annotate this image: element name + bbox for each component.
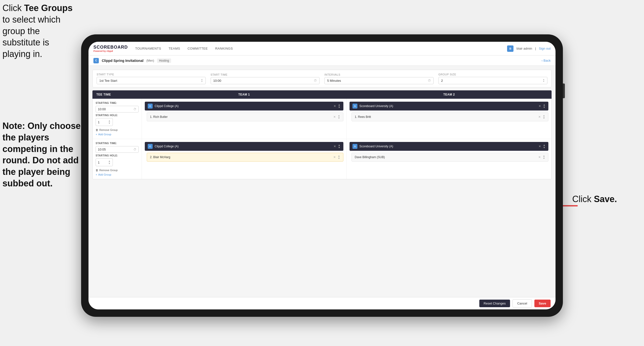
group1-team1-remove-icon[interactable]: ✕ bbox=[334, 104, 336, 108]
instruction-note: Note: Only choose the players competing … bbox=[2, 120, 86, 189]
save-button[interactable]: Save bbox=[534, 300, 550, 307]
group2-team2-player0[interactable]: Dave Billingham (SUB) ✕ ▲▼ bbox=[352, 153, 548, 162]
back-link[interactable]: ‹ Back bbox=[542, 59, 550, 62]
plus-icon: + bbox=[96, 173, 97, 176]
group2-team1-actions: ✕ ▲▼ bbox=[334, 144, 340, 149]
group2-team2-actions: ✕ ▲▼ bbox=[538, 144, 546, 149]
group1-team1-inner: C Clippd College (A) bbox=[148, 104, 178, 108]
tablet-frame: SCOREBOARD Powered by clippd TOURNAMENTS… bbox=[81, 34, 563, 317]
hosting-badge: Hosting bbox=[157, 58, 171, 63]
group2-team2-player0-stepper[interactable]: ▲▼ bbox=[543, 155, 545, 160]
group2-team2-player0-remove-icon[interactable]: ✕ bbox=[538, 155, 541, 159]
group1-team1-actions: ✕ ▲▼ bbox=[334, 104, 340, 108]
cancel-button[interactable]: Cancel bbox=[512, 299, 532, 308]
group2-starting-time-label: STARTING TIME: bbox=[96, 142, 139, 145]
group2-team2-player0-name: Dave Billingham (SUB) bbox=[355, 155, 385, 159]
logo-powered: Powered by clippd bbox=[94, 50, 128, 52]
group2-team2-player0-actions: ✕ ▲▼ bbox=[538, 155, 545, 160]
group2-team1-remove-icon[interactable]: ✕ bbox=[334, 145, 336, 148]
group2-team1-player0[interactable]: 2. Blair McHarg ✕ ▲▼ bbox=[147, 153, 344, 162]
nav-tournaments[interactable]: TOURNAMENTS bbox=[135, 47, 161, 50]
note-prefix: Note: bbox=[2, 121, 28, 131]
group2-hole-input[interactable]: 1 ▲▼ bbox=[96, 158, 113, 166]
click-save-prefix: Click bbox=[572, 194, 594, 204]
logo-area: SCOREBOARD Powered by clippd bbox=[94, 45, 128, 52]
group1-team2-remove-icon[interactable]: ✕ bbox=[538, 104, 541, 108]
nav-right: B blair admin | Sign out bbox=[507, 45, 550, 52]
th-team2: Team 2 bbox=[346, 90, 552, 99]
tablet-power-button bbox=[563, 83, 565, 98]
group1-team1-player0[interactable]: 1. Rich Butler ✕ ▲▼ bbox=[147, 112, 344, 121]
group1-team2-actions: ✕ ▲▼ bbox=[538, 104, 546, 108]
group2-team1-player0-remove-icon[interactable]: ✕ bbox=[333, 155, 336, 159]
nav-committee[interactable]: COMMITTEE bbox=[188, 47, 208, 50]
group2-team1-player0-stepper[interactable]: ▲▼ bbox=[338, 155, 340, 160]
group2-team2-stepper[interactable]: ▲▼ bbox=[543, 144, 546, 149]
group1-starting-time-label: STARTING TIME: bbox=[96, 102, 139, 104]
group1-remove-btn[interactable]: 🗑 Remove Group bbox=[96, 128, 139, 131]
group-size-input[interactable]: 2 ▲▼ bbox=[438, 77, 548, 84]
nav-rankings[interactable]: RANKINGS bbox=[215, 47, 233, 50]
click-save-bold: Save. bbox=[594, 194, 617, 204]
group2-time-input[interactable]: 10:05 ⏱ bbox=[96, 146, 139, 153]
sub-header-icon: C bbox=[94, 58, 99, 63]
group1-team2-player0-name: 1. Rees Britt bbox=[355, 115, 371, 119]
instruction-line1: Click bbox=[2, 3, 24, 13]
bottom-bar: Reset Changes Cancel Save bbox=[88, 297, 556, 310]
group1-hole-stepper[interactable]: ▲▼ bbox=[108, 120, 110, 124]
nav-links: TOURNAMENTS TEAMS COMMITTEE RANKINGS bbox=[135, 47, 507, 50]
group1-team2-col: S Scoreboard University (A) ✕ ▲▼ 1. Rees… bbox=[346, 99, 551, 139]
logo-scoreboard: SCOREBOARD bbox=[94, 45, 128, 50]
group2-hole-stepper[interactable]: ▲▼ bbox=[108, 160, 110, 165]
user-avatar: B bbox=[507, 45, 514, 52]
group-size-stepper[interactable]: ▲▼ bbox=[543, 79, 545, 82]
intervals-input[interactable]: 5 Minutes ⏱ bbox=[324, 77, 434, 84]
th-team1: Team 1 bbox=[142, 90, 346, 99]
main-content: Start Type 1st Tee Start ▲▼ Start Time 1… bbox=[88, 66, 556, 297]
group1-team1-player0-name: 1. Rich Butler bbox=[150, 115, 168, 119]
group2-team1-card[interactable]: C Clippd College (A) ✕ ▲▼ bbox=[145, 142, 344, 151]
start-type-input[interactable]: 1st Tee Start ▲▼ bbox=[96, 77, 206, 84]
group2-team1-inner: C Clippd College (A) bbox=[148, 144, 178, 149]
group2-starting-hole-label: STARTING HOLE: bbox=[96, 154, 139, 157]
instruction-bold1: Tee Groups bbox=[24, 3, 72, 13]
group1-add-btn[interactable]: + Add Group bbox=[96, 133, 139, 136]
start-time-field: Start Time 10:00 ⏱ bbox=[211, 73, 320, 84]
group1-team2-player0-stepper[interactable]: ▲▼ bbox=[543, 114, 545, 119]
note-bold: Only choose the players competing in the… bbox=[2, 121, 80, 188]
group1-team2-name: Scoreboard University (A) bbox=[359, 104, 393, 108]
group1-team1-card[interactable]: C Clippd College (A) ✕ ▲▼ bbox=[145, 102, 344, 110]
group1-time-input[interactable]: 10:00 ⏱ bbox=[96, 106, 139, 112]
group1-team1-player0-remove-icon[interactable]: ✕ bbox=[333, 115, 336, 119]
group1-hole-input[interactable]: 1 ▲▼ bbox=[96, 118, 113, 126]
nav-teams[interactable]: TEAMS bbox=[168, 47, 180, 50]
start-time-input[interactable]: 10:00 ⏱ bbox=[211, 77, 320, 84]
group2-remove-btn[interactable]: 🗑 Remove Group bbox=[96, 169, 139, 172]
group2-clock-icon: ⏱ bbox=[134, 148, 136, 151]
trash-icon: 🗑 bbox=[96, 128, 98, 131]
group2-team2-card[interactable]: S Scoreboard University (A) ✕ ▲▼ bbox=[350, 142, 548, 151]
group1-team2-stepper[interactable]: ▲▼ bbox=[543, 104, 546, 108]
group1-team1-player0-stepper[interactable]: ▲▼ bbox=[338, 114, 340, 119]
sign-out-link[interactable]: Sign out bbox=[539, 47, 550, 50]
group2-team1-stepper[interactable]: ▲▼ bbox=[338, 144, 340, 149]
group-row: STARTING TIME: 10:05 ⏱ STARTING HOLE: 1 … bbox=[93, 139, 551, 179]
group-size-label: Group Size bbox=[438, 73, 548, 76]
group2-team2-icon: S bbox=[352, 144, 358, 149]
clock-icon: ⏱ bbox=[314, 79, 317, 82]
group1-team2-player0-remove-icon[interactable]: ✕ bbox=[538, 115, 541, 119]
group1-team1-stepper[interactable]: ▲▼ bbox=[338, 104, 340, 108]
group1-team2-player0[interactable]: 1. Rees Britt ✕ ▲▼ bbox=[352, 112, 548, 121]
group1-clock-icon: ⏱ bbox=[134, 108, 136, 111]
group2-add-btn[interactable]: + Add Group bbox=[96, 173, 139, 176]
reset-changes-button[interactable]: Reset Changes bbox=[479, 300, 510, 307]
group2-time-col: STARTING TIME: 10:05 ⏱ STARTING HOLE: 1 … bbox=[93, 139, 142, 179]
intervals-field: Intervals 5 Minutes ⏱ bbox=[324, 73, 434, 84]
group1-team1-icon: C bbox=[148, 104, 153, 108]
group2-team2-remove-icon[interactable]: ✕ bbox=[538, 145, 541, 148]
group2-team1-col: C Clippd College (A) ✕ ▲▼ 2. Blair McHar… bbox=[142, 139, 346, 179]
start-type-field: Start Type 1st Tee Start ▲▼ bbox=[96, 73, 206, 84]
group-size-field: Group Size 2 ▲▼ bbox=[438, 73, 548, 84]
start-type-stepper[interactable]: ▲▼ bbox=[201, 79, 203, 82]
group1-team2-card[interactable]: S Scoreboard University (A) ✕ ▲▼ bbox=[350, 102, 548, 110]
